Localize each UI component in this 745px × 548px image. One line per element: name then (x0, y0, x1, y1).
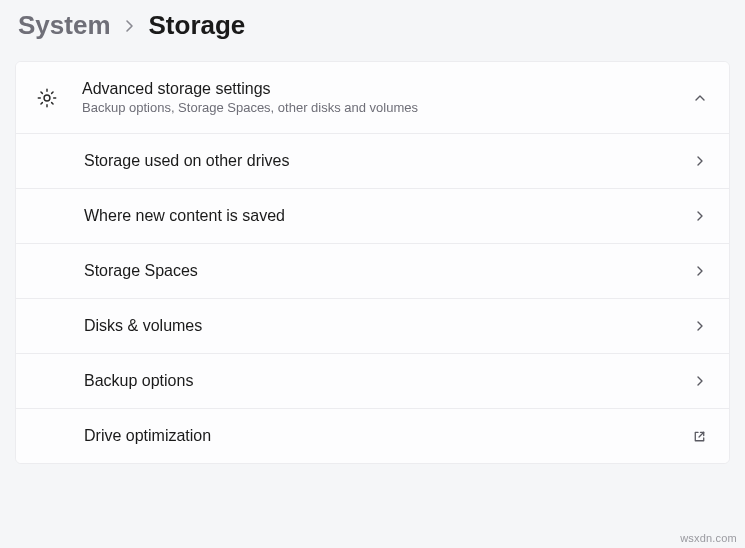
section-title: Advanced storage settings (82, 80, 693, 98)
item-label: Backup options (84, 372, 693, 390)
chevron-right-icon (693, 374, 707, 388)
item-storage-spaces[interactable]: Storage Spaces (16, 244, 729, 299)
item-label: Storage used on other drives (84, 152, 693, 170)
chevron-right-icon (693, 264, 707, 278)
section-subtitle: Backup options, Storage Spaces, other di… (82, 100, 693, 115)
breadcrumb: System Storage (0, 0, 745, 61)
breadcrumb-parent[interactable]: System (18, 10, 111, 41)
chevron-right-icon (693, 209, 707, 223)
item-where-new-content[interactable]: Where new content is saved (16, 189, 729, 244)
item-backup-options[interactable]: Backup options (16, 354, 729, 409)
item-label: Drive optimization (84, 427, 692, 445)
item-storage-other-drives[interactable]: Storage used on other drives (16, 134, 729, 189)
item-disks-volumes[interactable]: Disks & volumes (16, 299, 729, 354)
breadcrumb-current: Storage (149, 10, 246, 41)
svg-point-0 (44, 95, 50, 101)
chevron-up-icon (693, 91, 707, 105)
gear-icon (36, 87, 82, 109)
external-link-icon (692, 429, 707, 444)
advanced-storage-header[interactable]: Advanced storage settings Backup options… (16, 62, 729, 134)
chevron-right-icon (693, 319, 707, 333)
watermark: wsxdn.com (680, 532, 737, 544)
item-label: Disks & volumes (84, 317, 693, 335)
advanced-storage-panel: Advanced storage settings Backup options… (15, 61, 730, 464)
chevron-right-icon (693, 154, 707, 168)
item-label: Storage Spaces (84, 262, 693, 280)
item-label: Where new content is saved (84, 207, 693, 225)
chevron-right-icon (125, 19, 135, 33)
item-drive-optimization[interactable]: Drive optimization (16, 409, 729, 463)
